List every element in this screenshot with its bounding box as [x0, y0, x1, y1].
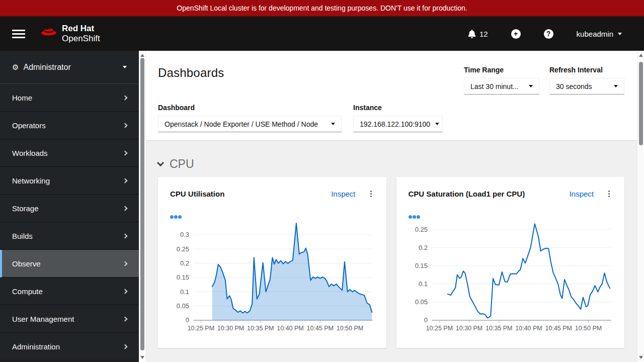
red-hat-icon	[40, 28, 57, 40]
nav-item-list: HomeOperatorsWorkloadsNetworkingStorageB…	[0, 84, 139, 360]
series-legend-dots	[409, 215, 613, 219]
chevron-right-icon	[123, 261, 128, 266]
caret-down-icon	[618, 33, 622, 35]
svg-text:0.25: 0.25	[177, 245, 189, 253]
chevron-right-icon	[123, 95, 128, 100]
refresh-interval-select[interactable]: 30 seconds	[549, 78, 624, 95]
svg-text:10:40 PM: 10:40 PM	[277, 325, 303, 332]
perspective-label: Administrator	[23, 63, 70, 72]
perspective-switcher[interactable]: ⚙ Administrator	[0, 51, 139, 84]
sidebar-item-label: Networking	[12, 176, 50, 185]
svg-text:0: 0	[424, 316, 427, 324]
caret-down-icon	[614, 85, 618, 87]
sidebar-item-user-management[interactable]: User Management	[0, 305, 139, 333]
svg-text:10:25 PM: 10:25 PM	[188, 325, 214, 332]
chevron-right-icon	[123, 150, 128, 155]
svg-text:0.25: 0.25	[415, 226, 427, 233]
sidebar-item-builds[interactable]: Builds	[0, 222, 139, 250]
cpu-saturation-card: CPU Saturation (Load1 per CPU) Inspect 0…	[396, 177, 625, 348]
chevron-right-icon	[123, 206, 128, 211]
sidebar-item-administration[interactable]: Administration	[0, 333, 139, 360]
notification-count: 12	[479, 30, 488, 38]
instance-label: Instance	[353, 104, 443, 112]
sidebar-item-compute[interactable]: Compute	[0, 278, 139, 305]
cogs-icon: ⚙	[12, 63, 19, 72]
svg-text:10:35 PM: 10:35 PM	[486, 325, 512, 332]
sidebar: ⚙ Administrator HomeOperatorsWorkloadsNe…	[0, 51, 139, 362]
chevron-right-icon	[123, 123, 128, 128]
help-icon[interactable]: ?	[544, 29, 553, 39]
sidebar-item-observe[interactable]: Observe	[0, 250, 139, 278]
cpu-utilisation-card: CPU Utilisation Inspect 00.050.10.150.20…	[158, 177, 386, 348]
chevron-right-icon	[123, 289, 128, 294]
sidebar-item-networking[interactable]: Networking	[0, 167, 139, 195]
svg-text:10:35 PM: 10:35 PM	[247, 325, 274, 332]
nav-toggle-button[interactable]	[12, 30, 25, 38]
page-body: ⚙ Administrator HomeOperatorsWorkloadsNe…	[0, 51, 644, 362]
time-range-select[interactable]: Last 30 minut...	[464, 78, 539, 95]
scrollbar-thumb[interactable]	[140, 58, 144, 350]
svg-text:0.15: 0.15	[177, 274, 189, 281]
scroll-down-arrow[interactable]	[140, 356, 144, 359]
instance-field: Instance 192.168.122.100:9100	[353, 104, 443, 132]
instance-select[interactable]: 192.168.122.100:9100	[353, 116, 443, 132]
card-title: CPU Utilisation	[170, 190, 331, 198]
dashboard-select[interactable]: Openstack / Node Exporter / USE Method /…	[158, 116, 342, 132]
sidebar-item-label: Administration	[12, 342, 60, 351]
scroll-up-arrow[interactable]	[639, 54, 643, 57]
bell-icon	[468, 30, 476, 38]
svg-text:0.05: 0.05	[177, 302, 189, 310]
sidebar-item-label: Workloads	[12, 149, 48, 157]
notifications-button[interactable]: 12	[468, 30, 488, 38]
svg-text:0: 0	[186, 316, 189, 324]
sidebar-item-home[interactable]: Home	[0, 84, 139, 112]
dashboard-panels: CPU CPU Utilisation Inspect 00.050.10.15…	[146, 140, 637, 362]
inspect-link[interactable]: Inspect	[331, 190, 355, 198]
warning-banner: OpenShift Local cluster is for developme…	[0, 0, 644, 17]
scroll-up-arrow[interactable]	[140, 54, 144, 57]
svg-text:10:30 PM: 10:30 PM	[455, 325, 482, 332]
card-title: CPU Saturation (Load1 per CPU)	[409, 190, 570, 198]
section-title: CPU	[170, 157, 194, 171]
chevron-right-icon	[123, 344, 128, 349]
sidebar-item-label: Home	[12, 94, 32, 102]
add-plus-icon[interactable]: +	[511, 29, 521, 39]
sidebar-item-workloads[interactable]: Workloads	[0, 139, 139, 167]
caret-down-icon	[435, 123, 439, 125]
sidebar-item-label: Compute	[12, 287, 43, 296]
svg-text:10:25 PM: 10:25 PM	[426, 325, 452, 332]
series-legend-dots	[170, 215, 374, 219]
sidebar-item-label: Observe	[12, 259, 41, 268]
kebab-menu-button[interactable]	[606, 189, 612, 199]
svg-text:0.1: 0.1	[418, 280, 427, 288]
page-title: Dashboards	[158, 66, 224, 80]
scrollbar-thumb[interactable]	[639, 62, 643, 145]
sidebar-item-label: Operators	[12, 121, 46, 130]
chevron-right-icon	[123, 178, 128, 183]
svg-text:0.3: 0.3	[180, 231, 189, 238]
caret-down-icon	[331, 123, 335, 125]
svg-text:0.2: 0.2	[180, 259, 189, 267]
warning-banner-text: OpenShift Local cluster is for developme…	[177, 4, 467, 12]
scroll-down-arrow[interactable]	[639, 356, 643, 359]
chevron-down-icon[interactable]	[157, 159, 164, 166]
sidebar-item-operators[interactable]: Operators	[0, 112, 139, 139]
sidebar-item-storage[interactable]: Storage	[0, 195, 139, 222]
sidebar-item-label: Builds	[12, 232, 33, 240]
sidebar-item-label: Storage	[12, 204, 39, 213]
refresh-interval-field: Refresh Interval 30 seconds	[549, 66, 624, 95]
dashboard-label: Dashboard	[158, 104, 342, 112]
caret-down-icon	[529, 85, 533, 87]
brand-logo[interactable]: Red Hat OpenShift	[40, 24, 100, 43]
user-menu[interactable]: kubeadmin	[577, 30, 622, 38]
svg-text:10:30 PM: 10:30 PM	[217, 325, 244, 332]
svg-text:0.15: 0.15	[415, 262, 427, 269]
inspect-link[interactable]: Inspect	[570, 190, 594, 198]
svg-text:0.05: 0.05	[415, 298, 427, 306]
kebab-menu-button[interactable]	[368, 189, 374, 199]
brand-line1: Red Hat	[62, 24, 100, 34]
content-scrollbar	[139, 51, 146, 362]
refresh-interval-label: Refresh Interval	[549, 66, 624, 74]
svg-text:10:45 PM: 10:45 PM	[545, 325, 572, 332]
dashboards-header: Dashboards Time Range Last 30 minut... R…	[146, 51, 637, 140]
